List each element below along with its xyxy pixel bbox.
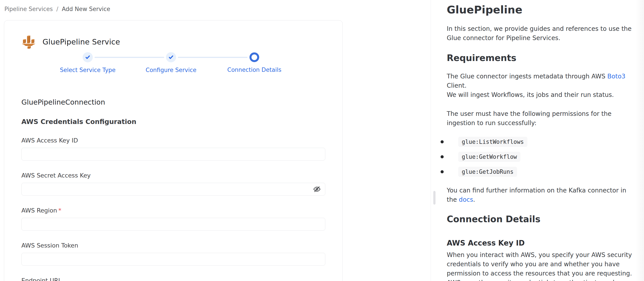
list-item: glue:ListWorkflows [440,136,634,148]
check-icon [168,54,174,60]
boto3-link[interactable]: Boto3 [608,73,626,80]
step-configure-service[interactable]: Configure Service [129,52,213,73]
add-service-card: GluePipeline Service Select Service Type… [4,20,343,281]
docs-scrollbar-thumb[interactable] [433,191,436,205]
docs-link[interactable]: docs [459,196,473,203]
aws-region-input[interactable] [22,218,325,231]
step-current-circle [250,52,259,62]
aws-session-token-input[interactable] [22,253,325,266]
step-label: Select Service Type [60,67,116,73]
field-label: AWS Session Token [22,242,78,249]
breadcrumb-pipeline-services[interactable]: Pipeline Services [4,6,53,12]
aws-secret-access-key-input[interactable] [22,183,325,196]
step-connection-details[interactable]: Connection Details [213,52,296,73]
card-title: GluePipeline Service [42,37,120,46]
field-aws-session-token: AWS Session Token [22,242,325,266]
access-key-paragraph: When you interact with AWS, you specify … [447,250,634,281]
further-info-paragraph: You can find further information on the … [447,186,634,204]
connection-details-heading: Connection Details [447,214,634,224]
permission-code: glue:GetJobRuns [458,167,517,177]
step-completed-circle [83,52,93,62]
field-aws-secret-access-key: AWS Secret Access Key [22,172,325,196]
field-label: AWS Region* [22,207,61,214]
field-aws-region: AWS Region* [22,207,325,231]
field-label: AWS Secret Access Key [22,172,90,179]
field-aws-access-key-id: AWS Access Key ID [22,137,325,161]
glue-service-icon [22,34,36,49]
breadcrumb-separator: / [56,6,58,12]
access-key-id-heading: AWS Access Key ID [447,239,634,247]
aws-credentials-heading: AWS Credentials Configuration [22,118,325,126]
breadcrumb: Pipeline Services / Add New Service [4,6,110,12]
permission-code: glue:GetWorkflow [458,152,520,162]
list-item: glue:GetWorkflow [440,151,634,163]
docs-panel: GluePipeline In this section, we provide… [431,0,644,281]
list-item: glue:GetJobRuns [440,166,634,178]
step-connector-line [178,57,248,58]
step-connector-line [94,57,164,58]
step-label: Connection Details [227,66,282,73]
connection-name-heading: GluePipelineConnection [22,98,325,106]
wizard-stepper: Select Service Type Configure Service Co… [46,52,296,81]
field-label: Endpoint URL [22,277,62,281]
eye-off-icon [313,185,321,193]
requirements-heading: Requirements [447,53,634,63]
docs-title: GluePipeline [447,3,634,16]
required-asterisk: * [58,207,62,214]
step-select-service-type[interactable]: Select Service Type [46,52,129,73]
check-icon [85,54,90,60]
permissions-paragraph: The user must have the following permiss… [447,109,634,128]
boto-paragraph: The Glue connector ingests metadata thro… [447,72,634,100]
field-endpoint-url: Endpoint URL [22,277,325,281]
docs-intro: In this section, we provide guides and r… [447,24,634,43]
breadcrumb-add-new-service: Add New Service [62,6,110,12]
field-label: AWS Access Key ID [22,137,78,144]
step-label: Configure Service [146,67,196,73]
permissions-list: glue:ListWorkflows glue:GetWorkflow glue… [440,136,634,178]
toggle-password-visibility-button[interactable] [312,184,322,194]
aws-access-key-id-input[interactable] [22,148,325,161]
card-header: GluePipeline Service [22,34,325,49]
permission-code: glue:ListWorkflows [458,137,528,147]
step-completed-circle [166,52,176,62]
